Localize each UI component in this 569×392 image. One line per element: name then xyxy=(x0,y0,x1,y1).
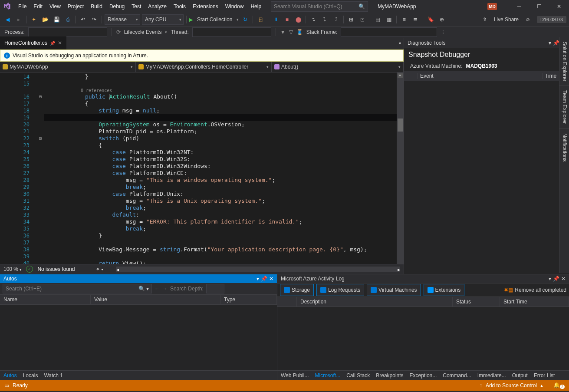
tool-btn[interactable]: ⊞ xyxy=(346,15,356,24)
step-over-button[interactable]: ⤵ xyxy=(320,15,329,24)
menu-window[interactable]: Window xyxy=(222,2,247,11)
code-editor[interactable]: 14 15 16 17 18 19 20 21 22 23 24 25 26 2… xyxy=(0,72,404,264)
live-share-button[interactable]: Live Share xyxy=(491,16,521,23)
open-file-button[interactable]: 📂 xyxy=(40,15,50,24)
tab-overflow-icon[interactable]: ▾ xyxy=(399,41,401,46)
tool-btn[interactable]: ▥ xyxy=(384,15,394,24)
user-badge[interactable]: MD xyxy=(487,3,497,10)
tab-breakpoints[interactable]: Breakpoints xyxy=(376,372,403,379)
remove-completed-button[interactable]: ✖▤ Remove all completed xyxy=(504,287,566,293)
scroll-thumb[interactable] xyxy=(398,119,403,132)
tab-call-stack[interactable]: Call Stack xyxy=(346,372,370,379)
pin-icon[interactable]: 📌 xyxy=(553,40,559,46)
col-value[interactable]: Value xyxy=(91,295,220,304)
tab-notifications[interactable]: Notifications xyxy=(559,129,569,166)
tab-locals[interactable]: Locals xyxy=(23,372,38,379)
bookmark-button[interactable]: 🔖 xyxy=(426,15,435,24)
tab-error-list[interactable]: Error List xyxy=(534,372,555,379)
fold-column[interactable]: ⊟ ⊟ xyxy=(36,72,44,264)
window-menu-icon[interactable]: ▾ xyxy=(257,276,259,282)
menu-help[interactable]: Help xyxy=(247,2,265,11)
file-tab-homecontroller[interactable]: HomeController.cs 📌 ✕ xyxy=(0,36,66,49)
configuration-combo[interactable]: Release xyxy=(105,14,140,25)
autos-search-input[interactable]: Search (Ctrl+E) 🔍 ▾ xyxy=(3,284,152,293)
close-icon[interactable]: ✕ xyxy=(269,276,273,282)
add-source-control-button[interactable]: Add to Source Control xyxy=(486,382,537,389)
menu-build[interactable]: Build xyxy=(87,2,106,11)
refresh-button[interactable]: ↻ xyxy=(240,15,250,24)
nav-class-combo[interactable]: MyMADWebApp.Controllers.HomeController xyxy=(136,62,272,72)
tool-btn[interactable]: ≡ xyxy=(399,15,409,24)
overflow-icon[interactable]: ⁝ xyxy=(442,29,444,35)
tab-watch1[interactable]: Watch 1 xyxy=(44,372,63,379)
new-project-button[interactable]: ✦ xyxy=(29,15,39,24)
nav-back-icon[interactable]: ← xyxy=(155,286,160,292)
record-button[interactable]: ⬤ xyxy=(293,15,303,24)
window-maximize-button[interactable]: ☐ xyxy=(529,0,549,13)
col-description[interactable]: Description xyxy=(297,297,453,306)
threads-icon[interactable]: 🧵 xyxy=(296,29,303,35)
nav-member-combo[interactable]: About() xyxy=(272,62,404,72)
tab-autos[interactable]: Autos xyxy=(3,372,17,379)
vertical-scrollbar[interactable]: ≡ xyxy=(397,72,404,264)
zoom-combo[interactable]: 100 % ▾ xyxy=(3,266,22,272)
window-menu-icon[interactable]: ▾ xyxy=(549,40,551,46)
col-status[interactable]: Status xyxy=(453,297,500,306)
pin-icon[interactable]: 📌 xyxy=(553,276,559,282)
window-close-button[interactable]: ✕ xyxy=(549,0,569,13)
col-name[interactable]: Name xyxy=(0,295,91,304)
chevron-up-icon[interactable]: ▴ xyxy=(540,382,543,389)
window-minimize-button[interactable]: ─ xyxy=(509,0,529,13)
feedback-button[interactable]: ☺ xyxy=(523,15,533,24)
menu-file[interactable]: File xyxy=(15,2,30,11)
start-collection-button[interactable]: Start Collection xyxy=(194,16,235,23)
step-into-button[interactable]: ↴ xyxy=(309,15,318,24)
menu-debug[interactable]: Debug xyxy=(106,2,128,11)
step-button[interactable]: ⍇ xyxy=(256,15,265,24)
tab-immediate[interactable]: Immediate... xyxy=(477,372,506,379)
redo-button[interactable]: ↷ xyxy=(89,15,99,24)
stack-frame-combo[interactable] xyxy=(341,27,437,37)
menu-analyze[interactable]: Analyze xyxy=(145,2,170,11)
nav-back-button[interactable]: ◀ xyxy=(3,15,12,24)
menu-test[interactable]: Test xyxy=(128,2,145,11)
save-button[interactable]: 💾 xyxy=(52,15,61,24)
pin-icon[interactable]: 📌 xyxy=(50,41,55,46)
extensions-button[interactable]: Extensions xyxy=(424,284,465,296)
close-icon[interactable]: ✕ xyxy=(58,40,62,46)
notifications-icon[interactable]: 🔔2 xyxy=(553,382,565,389)
col-type[interactable]: Type xyxy=(220,295,277,304)
filter-icon[interactable]: ▽ xyxy=(289,29,293,35)
step-out-button[interactable]: ⤴ xyxy=(331,15,341,24)
process-combo[interactable] xyxy=(28,27,107,37)
nav-forward-button[interactable]: ▸ xyxy=(14,15,23,24)
tab-output[interactable]: Output xyxy=(512,372,528,379)
horizontal-scrollbar[interactable]: ◂▸ xyxy=(116,267,400,272)
menu-project[interactable]: Project xyxy=(64,2,87,11)
code-content[interactable]: } 0 references public ActionResult About… xyxy=(44,72,404,264)
save-all-button[interactable]: ⎙ xyxy=(63,15,72,24)
tab-team-explorer[interactable]: Team Explorer xyxy=(559,86,569,128)
col-start-time[interactable]: Start Time xyxy=(500,297,569,306)
nav-project-combo[interactable]: MyMADWebApp xyxy=(0,62,136,72)
log-requests-button[interactable]: Log Requests xyxy=(316,284,364,296)
tab-microsoft[interactable]: Microsoft... xyxy=(315,372,340,379)
menu-view[interactable]: View xyxy=(46,2,64,11)
brush-icon[interactable]: ⌖ ▾ xyxy=(96,266,103,272)
tool-btn[interactable]: ⊡ xyxy=(358,15,367,24)
virtual-machines-button[interactable]: Virtual Machines xyxy=(367,284,421,296)
pause-button[interactable]: ⏸ xyxy=(271,15,280,24)
depth-combo[interactable] xyxy=(206,284,224,293)
split-handle-icon[interactable]: ≡ xyxy=(398,73,403,78)
thread-combo[interactable] xyxy=(192,27,271,37)
window-menu-icon[interactable]: ▾ xyxy=(549,276,551,282)
storage-button[interactable]: Storage xyxy=(280,284,314,296)
tab-exception[interactable]: Exception... xyxy=(410,372,437,379)
nav-forward-icon[interactable]: → xyxy=(162,286,168,292)
pin-icon[interactable]: 📌 xyxy=(261,276,267,282)
stop-button[interactable]: ■ xyxy=(282,15,292,24)
tab-command[interactable]: Command... xyxy=(443,372,471,379)
menu-extensions[interactable]: Extensions xyxy=(189,2,222,11)
close-icon[interactable]: ✕ xyxy=(561,276,566,282)
tab-web-publish[interactable]: Web Publi... xyxy=(281,372,309,379)
